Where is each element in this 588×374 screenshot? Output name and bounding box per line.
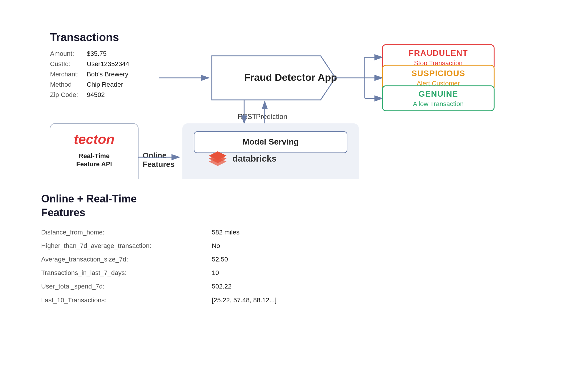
svg-text:Method: Method bbox=[50, 81, 71, 88]
feature-row-3: Average_transaction_size_7d: 52.50 bbox=[41, 253, 547, 266]
svg-text:User12352344: User12352344 bbox=[87, 60, 129, 68]
feature-row-6: Last_10_Transactions: [25.22, 57.48, 88.… bbox=[41, 294, 547, 307]
svg-text:Feature API: Feature API bbox=[76, 160, 112, 168]
feature-value-4: 10 bbox=[212, 266, 219, 280]
svg-text:SUSPICIOUS: SUSPICIOUS bbox=[412, 69, 465, 78]
feature-label-1: Distance_from_home: bbox=[41, 226, 206, 239]
svg-text:$35.75: $35.75 bbox=[87, 50, 106, 57]
svg-text:GENUINE: GENUINE bbox=[419, 89, 458, 98]
svg-text:Amount:: Amount: bbox=[50, 50, 74, 57]
feature-label-4: Transactions_in_last_7_days: bbox=[41, 266, 206, 280]
feature-row-5: User_total_spend_7d: 502.22 bbox=[41, 280, 547, 293]
feature-row-4: Transactions_in_last_7_days: 10 bbox=[41, 266, 547, 280]
feature-row-1: Distance_from_home: 582 miles bbox=[41, 226, 547, 239]
svg-text:94502: 94502 bbox=[87, 91, 105, 98]
feature-value-2: No bbox=[212, 239, 220, 253]
model-serving-label: Model Serving bbox=[242, 137, 299, 146]
rest-label: REST bbox=[238, 113, 256, 120]
svg-text:FRAUDULENT: FRAUDULENT bbox=[409, 48, 468, 58]
feature-label-5: User_total_spend_7d: bbox=[41, 280, 206, 293]
features-section: Online + Real-TimeFeatures Distance_from… bbox=[41, 192, 547, 307]
feature-value-1: 582 miles bbox=[212, 226, 239, 239]
feature-value-6: [25.22, 57.48, 88.12...] bbox=[212, 294, 276, 307]
svg-text:Bob's Brewery: Bob's Brewery bbox=[87, 71, 128, 78]
feature-value-3: 52.50 bbox=[212, 253, 228, 266]
feature-value-5: 502.22 bbox=[212, 280, 231, 293]
feature-label-2: Higher_than_7d_average_transaction: bbox=[41, 239, 206, 253]
svg-text:Features: Features bbox=[143, 160, 174, 169]
tecton-logo: tecton bbox=[74, 132, 114, 147]
fraud-detector-label: Fraud Detector App bbox=[244, 72, 337, 83]
svg-text:Zip Code:: Zip Code: bbox=[50, 91, 78, 98]
features-table: Distance_from_home: 582 miles Higher_tha… bbox=[41, 226, 547, 307]
feature-label-6: Last_10_Transactions: bbox=[41, 294, 206, 307]
svg-text:Merchant:: Merchant: bbox=[50, 71, 79, 78]
svg-text:CustId:: CustId: bbox=[50, 60, 71, 68]
prediction-label: Prediction bbox=[256, 113, 287, 120]
databricks-text: databricks bbox=[232, 154, 276, 163]
svg-text:Allow Transaction: Allow Transaction bbox=[413, 100, 464, 108]
transactions-title: Transactions bbox=[50, 31, 119, 43]
online-features-label: Online bbox=[143, 151, 166, 160]
feature-row-2: Higher_than_7d_average_transaction: No bbox=[41, 239, 547, 253]
features-title: Online + Real-TimeFeatures bbox=[41, 192, 547, 220]
svg-text:Chip Reader: Chip Reader bbox=[87, 81, 123, 88]
svg-text:Real-Time: Real-Time bbox=[79, 152, 110, 160]
feature-label-3: Average_transaction_size_7d: bbox=[41, 253, 206, 266]
